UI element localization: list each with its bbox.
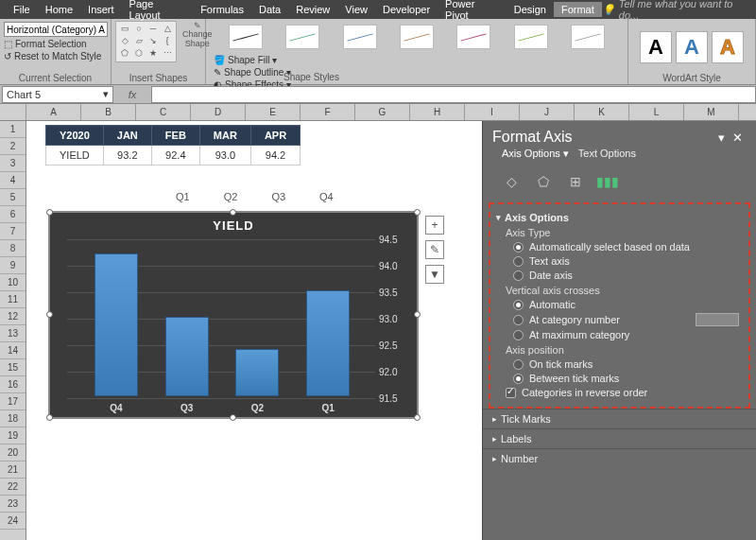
row-header[interactable]: 16	[0, 376, 26, 393]
chart-filters-button[interactable]: ▼	[425, 265, 444, 284]
chart-bar[interactable]	[165, 317, 209, 396]
col-header[interactable]: H	[410, 104, 465, 120]
radio-axis-type-date[interactable]: Date axis	[513, 270, 743, 281]
tell-me-search[interactable]: 💡 Tell me what you want to do...	[602, 0, 750, 21]
resize-handle[interactable]	[46, 414, 53, 421]
line-style-swatch[interactable]	[229, 25, 263, 49]
resize-handle[interactable]	[46, 311, 53, 318]
col-header[interactable]: E	[246, 104, 301, 120]
close-icon[interactable]: ✕	[729, 131, 747, 145]
row-header[interactable]: 2	[0, 138, 26, 155]
row-header[interactable]: 20	[0, 444, 26, 462]
menu-review[interactable]: Review	[288, 2, 337, 17]
menu-data[interactable]: Data	[251, 2, 288, 17]
chart-bar[interactable]	[94, 253, 138, 396]
row-header[interactable]: 6	[0, 206, 26, 223]
col-header[interactable]: I	[465, 104, 520, 120]
chart-element-dropdown[interactable]	[4, 22, 108, 37]
name-box[interactable]: Chart 5▾	[2, 86, 113, 103]
menu-design[interactable]: Design	[507, 2, 554, 17]
wordart-gallery[interactable]: A A A	[632, 21, 751, 73]
row-header[interactable]: 15	[0, 359, 26, 376]
radio-crosses-auto[interactable]: Automatic	[513, 299, 743, 310]
menu-formulas[interactable]: Formulas	[193, 2, 251, 17]
menu-file[interactable]: File	[6, 2, 38, 17]
section-tick-marks[interactable]: Tick Marks	[483, 409, 756, 428]
resize-handle[interactable]	[414, 209, 421, 216]
chart-bar[interactable]	[306, 290, 350, 396]
table-cell[interactable]: 93.0	[199, 146, 250, 165]
row-header[interactable]: 9	[0, 257, 26, 274]
menu-home[interactable]: Home	[38, 2, 80, 17]
row-header[interactable]: 3	[0, 155, 26, 172]
row-header[interactable]: 23	[0, 496, 26, 513]
axis-options-icon[interactable]: ▮▮▮	[598, 172, 617, 191]
col-header[interactable]: F	[301, 104, 355, 120]
menu-view[interactable]: View	[337, 2, 375, 17]
col-header[interactable]: G	[355, 104, 410, 120]
row-header[interactable]: 4	[0, 172, 26, 189]
chart-title[interactable]: YIELD	[50, 213, 417, 235]
section-axis-options[interactable]: Axis Options	[496, 212, 743, 223]
menu-format[interactable]: Format	[554, 2, 602, 17]
row-header[interactable]: 22	[0, 479, 26, 496]
resize-handle[interactable]	[46, 209, 53, 216]
resize-handle[interactable]	[414, 311, 421, 318]
format-selection-button[interactable]: ⬚Format Selection	[4, 39, 107, 49]
line-style-swatch[interactable]	[514, 25, 548, 49]
section-number[interactable]: Number	[483, 448, 756, 468]
col-header[interactable]: M	[684, 104, 739, 120]
row-header[interactable]: 10	[0, 274, 26, 291]
fill-line-icon[interactable]: ◇	[502, 172, 521, 191]
table-cell[interactable]: 92.4	[151, 146, 199, 165]
row-header[interactable]: 21	[0, 462, 26, 479]
col-header[interactable]: K	[575, 104, 629, 120]
menu-developer[interactable]: Developer	[375, 2, 438, 17]
tab-axis-options[interactable]: Axis Options ▾	[502, 148, 569, 163]
section-labels[interactable]: Labels	[483, 428, 756, 448]
line-style-swatch[interactable]	[400, 25, 434, 49]
radio-crosses-at-category[interactable]: At category number	[513, 313, 743, 326]
col-header[interactable]: D	[191, 104, 246, 120]
row-header[interactable]: 18	[0, 410, 26, 427]
category-number-input[interactable]	[696, 313, 739, 326]
col-header[interactable]: J	[520, 104, 575, 120]
pane-menu-icon[interactable]: ▾	[714, 131, 729, 145]
row-header[interactable]: 14	[0, 342, 26, 359]
row-header[interactable]: 12	[0, 308, 26, 325]
chart-plot-area[interactable]: 91.592.092.593.093.594.094.5Q4Q3Q2Q1	[67, 239, 375, 396]
worksheet-grid[interactable]: Y2020 JAN FEB MAR APR YIELD 93.2 92.4 93…	[26, 121, 756, 540]
col-header[interactable]: B	[81, 104, 136, 120]
shape-fill-button[interactable]: 🪣Shape Fill▾	[214, 55, 301, 65]
wordart-swatch[interactable]: A	[712, 31, 744, 63]
wordart-swatch[interactable]: A	[640, 31, 672, 63]
chart-styles-button[interactable]: ✎	[425, 240, 444, 259]
radio-axis-type-text[interactable]: Text axis	[513, 255, 743, 267]
tab-text-options[interactable]: Text Options	[578, 148, 636, 163]
shape-style-gallery[interactable]	[210, 21, 624, 53]
radio-axis-type-auto[interactable]: Automatically select based on data	[513, 241, 743, 253]
formula-input[interactable]	[151, 86, 756, 103]
row-header[interactable]: 17	[0, 393, 26, 410]
line-style-swatch[interactable]	[285, 25, 319, 49]
line-style-swatch[interactable]	[571, 25, 605, 49]
row-header[interactable]: 13	[0, 325, 26, 342]
table-cell[interactable]: 93.2	[103, 146, 151, 165]
table-cell[interactable]: 94.2	[250, 146, 300, 165]
fx-icon[interactable]: fx	[113, 89, 151, 100]
row-header[interactable]: 19	[0, 427, 26, 444]
chart-object[interactable]: YIELD 91.592.092.593.093.594.094.5Q4Q3Q2…	[49, 212, 418, 418]
row-header[interactable]: 11	[0, 291, 26, 308]
table-cell[interactable]: YIELD	[46, 146, 104, 165]
col-header[interactable]: L	[629, 104, 684, 120]
row-header[interactable]: 5	[0, 189, 26, 206]
size-properties-icon[interactable]: ⊞	[566, 172, 585, 191]
row-header[interactable]: 1	[0, 121, 26, 138]
chart-bar[interactable]	[235, 349, 279, 396]
effects-icon[interactable]: ⬠	[534, 172, 553, 191]
row-header[interactable]: 7	[0, 223, 26, 240]
menu-insert[interactable]: Insert	[80, 2, 122, 17]
chart-elements-button[interactable]: +	[425, 216, 444, 235]
resize-handle[interactable]	[414, 414, 421, 421]
radio-on-tick-marks[interactable]: On tick marks	[513, 358, 743, 370]
